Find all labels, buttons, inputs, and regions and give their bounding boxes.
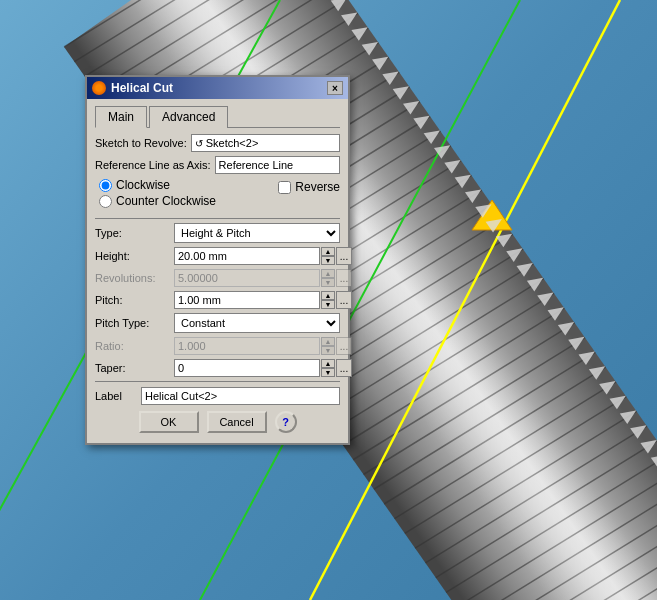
pitch-spin-down[interactable]: ▼: [321, 300, 335, 309]
counter-clockwise-radio[interactable]: [99, 195, 112, 208]
pitch-label: Pitch:: [95, 294, 170, 306]
taper-input-group: ▲ ▼ ...: [174, 359, 352, 377]
reference-label: Reference Line as Axis:: [95, 159, 211, 171]
height-ellipsis-btn[interactable]: ...: [336, 247, 352, 265]
reverse-section: Reverse: [278, 180, 340, 194]
counter-clockwise-row: Counter Clockwise: [99, 194, 278, 208]
sketch-input[interactable]: ↺ Sketch<2>: [191, 134, 340, 152]
height-spin-down[interactable]: ▼: [321, 256, 335, 265]
type-label: Type:: [95, 227, 170, 239]
ratio-spin-up: ▲: [321, 337, 335, 346]
revolutions-spin-down: ▼: [321, 278, 335, 287]
pitch-ellipsis-btn[interactable]: ...: [336, 291, 352, 309]
dialog-body: Main Advanced Sketch to Revolve: ↺ Sketc…: [87, 99, 348, 443]
ratio-ellipsis-btn: ...: [336, 337, 352, 355]
sketch-row: Sketch to Revolve: ↺ Sketch<2>: [95, 134, 340, 152]
height-label: Height:: [95, 250, 170, 262]
sketch-value: Sketch<2>: [206, 137, 259, 149]
cancel-button[interactable]: Cancel: [207, 411, 267, 433]
ratio-spin-down: ▼: [321, 346, 335, 355]
ratio-input: [174, 337, 320, 355]
sketch-label: Sketch to Revolve:: [95, 137, 187, 149]
ratio-input-group: ▲ ▼ ...: [174, 337, 352, 355]
counter-clockwise-label: Counter Clockwise: [116, 194, 216, 208]
reference-input[interactable]: Reference Line: [215, 156, 340, 174]
revolutions-ellipsis-btn: ...: [336, 269, 352, 287]
pitch-input[interactable]: [174, 291, 320, 309]
tab-row: Main Advanced: [95, 105, 340, 128]
direction-radio-group: Clockwise Counter Clockwise: [95, 178, 278, 210]
ratio-spin-buttons: ▲ ▼: [321, 337, 335, 355]
reverse-checkbox[interactable]: [278, 181, 291, 194]
revolutions-spin-up: ▲: [321, 269, 335, 278]
ok-button[interactable]: OK: [139, 411, 199, 433]
height-spin-up[interactable]: ▲: [321, 247, 335, 256]
close-button[interactable]: ×: [327, 81, 343, 95]
taper-input[interactable]: [174, 359, 320, 377]
clockwise-row: Clockwise: [99, 178, 278, 192]
reverse-label: Reverse: [295, 180, 340, 194]
height-row: Height: ▲ ▼ ...: [95, 247, 340, 265]
reference-row: Reference Line as Axis: Reference Line: [95, 156, 340, 174]
pitch-input-group: ▲ ▼ ...: [174, 291, 352, 309]
dialog-title: Helical Cut: [111, 81, 173, 95]
button-row: OK Cancel ?: [95, 411, 340, 433]
label-input[interactable]: [141, 387, 340, 405]
ratio-row: Ratio: ▲ ▼ ...: [95, 337, 340, 355]
pitch-row: Pitch: ▲ ▼ ...: [95, 291, 340, 309]
pitch-type-select[interactable]: Constant: [174, 313, 340, 333]
pitch-type-row: Pitch Type: Constant: [95, 313, 340, 333]
tab-main[interactable]: Main: [95, 106, 147, 128]
taper-spin-up[interactable]: ▲: [321, 359, 335, 368]
helical-cut-dialog: Helical Cut × Main Advanced Sketch to Re…: [85, 75, 350, 445]
dialog-icon: [92, 81, 106, 95]
radio-reverse-section: Clockwise Counter Clockwise Reverse: [95, 178, 340, 214]
clockwise-label: Clockwise: [116, 178, 170, 192]
clockwise-radio[interactable]: [99, 179, 112, 192]
dialog-titlebar: Helical Cut ×: [87, 77, 348, 99]
taper-spin-buttons: ▲ ▼: [321, 359, 335, 377]
sketch-icon: ↺: [195, 138, 203, 149]
type-select[interactable]: Height & Pitch: [174, 223, 340, 243]
pitch-spin-buttons: ▲ ▼: [321, 291, 335, 309]
divider-2: [95, 381, 340, 382]
taper-spin-down[interactable]: ▼: [321, 368, 335, 377]
pitch-type-label: Pitch Type:: [95, 317, 170, 329]
pitch-spin-up[interactable]: ▲: [321, 291, 335, 300]
taper-row: Taper: ▲ ▼ ...: [95, 359, 340, 377]
label-section: Label: [95, 387, 340, 405]
height-input-group: ▲ ▼ ...: [174, 247, 352, 265]
tab-advanced[interactable]: Advanced: [149, 106, 228, 128]
ratio-label: Ratio:: [95, 340, 170, 352]
label-label: Label: [95, 390, 135, 402]
dialog-title-left: Helical Cut: [92, 81, 173, 95]
revolutions-label: Revolutions:: [95, 272, 170, 284]
divider-1: [95, 218, 340, 219]
revolutions-spin-buttons: ▲ ▼: [321, 269, 335, 287]
height-spin-buttons: ▲ ▼: [321, 247, 335, 265]
revolutions-input-group: ▲ ▼ ...: [174, 269, 352, 287]
taper-label: Taper:: [95, 362, 170, 374]
help-button[interactable]: ?: [275, 411, 297, 433]
revolutions-row: Revolutions: ▲ ▼ ...: [95, 269, 340, 287]
reference-value: Reference Line: [219, 159, 294, 171]
taper-ellipsis-btn[interactable]: ...: [336, 359, 352, 377]
revolutions-input: [174, 269, 320, 287]
height-input[interactable]: [174, 247, 320, 265]
type-row: Type: Height & Pitch: [95, 223, 340, 243]
